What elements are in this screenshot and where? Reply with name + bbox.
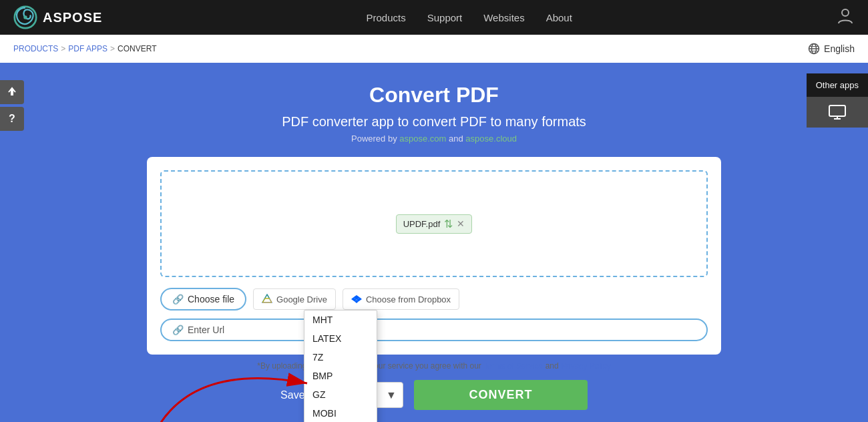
help-icon: ?	[9, 113, 15, 125]
upload-container: UPDF.pdf ⇅ ✕ 🔗 Choose file Google Drive	[147, 157, 721, 355]
breadcrumb-pdfapps[interactable]: PDF APPS	[68, 44, 107, 53]
other-apps-button[interactable]: Other apps	[807, 73, 868, 97]
convert-button[interactable]: CONVERT	[414, 380, 588, 410]
monitor-icon	[829, 105, 846, 120]
breadcrumb-bar: PRODUCTS > PDF APPS > CONVERT English	[0, 35, 868, 63]
enter-url-label: Enter Url	[188, 325, 224, 335]
aspose-logo-icon	[13, 5, 37, 29]
arrow-pointer	[147, 350, 320, 422]
file-name: UPDF.pdf	[403, 219, 441, 229]
credit-and: and	[449, 134, 463, 144]
sidebar-help-button[interactable]: ?	[0, 107, 24, 131]
left-sidebar: ?	[0, 80, 24, 131]
terms-text: *By uploading your files or using our se…	[13, 361, 855, 371]
dropbox-icon	[351, 294, 362, 304]
breadcrumb-products[interactable]: PRODUCTS	[13, 44, 58, 53]
logo[interactable]: ASPOSE	[13, 5, 102, 29]
monitor-icon-button[interactable]	[807, 97, 868, 128]
nav-products[interactable]: Products	[366, 12, 405, 23]
upload-drop-area[interactable]: UPDF.pdf ⇅ ✕	[160, 170, 708, 277]
nav-websites[interactable]: Websites	[483, 12, 524, 23]
credit-prefix: Powered by	[351, 134, 397, 144]
link-icon: 🔗	[172, 294, 184, 304]
nav-about[interactable]: About	[546, 12, 572, 23]
nav-support[interactable]: Support	[427, 12, 463, 23]
sort-arrows-icon: ⇅	[444, 218, 453, 230]
main-nav: Products Support Websites About	[366, 12, 572, 23]
dropdown-item-latex[interactable]: LATEX	[304, 329, 377, 348]
globe-icon	[808, 43, 820, 55]
svg-rect-16	[829, 106, 845, 116]
sidebar-nav-button[interactable]	[0, 80, 24, 104]
remove-file-icon[interactable]: ✕	[457, 218, 465, 229]
google-drive-icon	[262, 294, 272, 304]
choose-file-label: Choose file	[188, 294, 234, 304]
choose-file-button[interactable]: 🔗 Choose file	[160, 288, 246, 310]
credit-link2[interactable]: aspose.cloud	[465, 134, 517, 144]
page-title: Convert PDF	[13, 83, 855, 108]
breadcrumb: PRODUCTS > PDF APPS > CONVERT	[13, 44, 157, 53]
main-content: Convert PDF PDF converter app to convert…	[0, 63, 868, 422]
other-apps-panel: Other apps	[807, 73, 868, 128]
user-icon[interactable]	[836, 6, 855, 29]
dropbox-label: Choose from Dropbox	[366, 294, 451, 304]
google-drive-button[interactable]: Google Drive	[253, 288, 336, 310]
svg-marker-10	[262, 298, 272, 302]
page-credit: Powered by aspose.com and aspose.cloud	[13, 134, 855, 144]
credit-link1[interactable]: aspose.com	[399, 134, 446, 144]
file-badge: UPDF.pdf ⇅ ✕	[396, 214, 473, 234]
svg-point-2	[842, 9, 849, 16]
dropdown-item-mht[interactable]: MHT	[304, 310, 377, 329]
language-label: English	[824, 43, 855, 54]
breadcrumb-sep-1: >	[61, 44, 65, 53]
page-subtitle: PDF converter app to convert PDF to many…	[13, 114, 855, 130]
svg-point-1	[23, 15, 27, 19]
header: ASPOSE Products Support Websites About	[0, 0, 868, 35]
terms-link[interactable]: Terms of Service	[483, 361, 543, 371]
enter-url-button[interactable]: 🔗 Enter Url	[160, 319, 708, 341]
nav-arrows-icon	[6, 86, 18, 98]
terms-and: and	[546, 361, 559, 371]
language-selector[interactable]: English	[808, 43, 855, 55]
google-drive-label: Google Drive	[276, 294, 327, 304]
upload-actions: 🔗 Choose file Google Drive Choose	[160, 288, 708, 310]
privacy-link[interactable]: Privacy Policy	[561, 361, 611, 371]
dropbox-button[interactable]: Choose from Dropbox	[343, 288, 459, 310]
logo-text: ASPOSE	[43, 10, 102, 25]
breadcrumb-current: CONVERT	[118, 44, 156, 53]
url-icon: 🔗	[172, 325, 184, 335]
convert-row: Save as DOCX DOC PDF XLSX PPTX HTML TXT …	[13, 380, 855, 410]
breadcrumb-sep-2: >	[110, 44, 115, 53]
